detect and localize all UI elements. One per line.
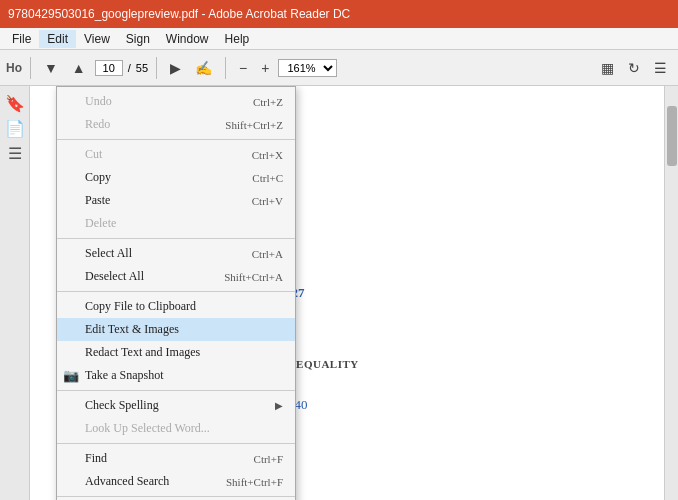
menu-copy[interactable]: Copy Ctrl+C <box>57 166 295 189</box>
deselect-all-label: Deselect All <box>85 269 144 284</box>
separator-5 <box>57 443 295 444</box>
redo-label: Redo <box>85 117 110 132</box>
copy-file-clipboard-label: Copy File to Clipboard <box>85 299 196 314</box>
toolbar-separator-3 <box>225 57 226 79</box>
toolbar: Ho ▼ ▲ 10 / 55 ▶ ✍ − + 161% 100% 125% 15… <box>0 50 678 86</box>
menu-view[interactable]: View <box>76 30 118 48</box>
menu-window[interactable]: Window <box>158 30 217 48</box>
menu-delete: Delete <box>57 212 295 235</box>
zoom-out-button[interactable]: − <box>234 57 252 79</box>
menu-sign[interactable]: Sign <box>118 30 158 48</box>
menu-help[interactable]: Help <box>217 30 258 48</box>
separator-3 <box>57 291 295 292</box>
spelling-arrow-icon: ▶ <box>275 400 283 411</box>
snapshot-label: Take a Snapshot <box>85 368 163 383</box>
menu-advanced-search[interactable]: Advanced Search Shift+Ctrl+F <box>57 470 295 493</box>
cursor-tool-button[interactable]: ▶ <box>165 57 186 79</box>
page-separator: / <box>128 62 131 74</box>
menu-check-spelling[interactable]: Check Spelling ▶ <box>57 394 295 417</box>
find-shortcut: Ctrl+F <box>254 453 283 465</box>
menu-redo: Redo Shift+Ctrl+Z <box>57 113 295 136</box>
panel-button[interactable]: ☰ <box>649 57 672 79</box>
delete-label: Delete <box>85 216 116 231</box>
undo-shortcut: Ctrl+Z <box>253 96 283 108</box>
menu-bar: File Edit View Sign Window Help <box>0 28 678 50</box>
paste-label: Paste <box>85 193 110 208</box>
separator-6 <box>57 496 295 497</box>
content-area: 🔖 📄 ☰ itical Roles 193 NT OF COMPARISON … <box>0 86 678 500</box>
menu-edit[interactable]: Edit <box>39 30 76 48</box>
edit-text-images-label: Edit Text & Images <box>85 322 179 337</box>
title-bar: 9780429503016_googlepreview.pdf - Adobe … <box>0 0 678 28</box>
advanced-search-label: Advanced Search <box>85 474 169 489</box>
menu-edit-text-images[interactable]: Edit Text & Images <box>57 318 295 341</box>
menu-cut[interactable]: Cut Ctrl+X <box>57 143 295 166</box>
check-spelling-label: Check Spelling <box>85 398 159 413</box>
prev-page-button[interactable]: ▼ <box>39 57 63 79</box>
left-sidebar: 🔖 📄 ☰ <box>0 86 30 500</box>
redact-label: Redact Text and Images <box>85 345 200 360</box>
separator-2 <box>57 238 295 239</box>
cut-shortcut: Ctrl+X <box>252 149 283 161</box>
menu-redact-text-images[interactable]: Redact Text and Images <box>57 341 295 364</box>
page-icon[interactable]: 📄 <box>5 119 25 138</box>
undo-label: Undo <box>85 94 112 109</box>
rotate-button[interactable]: ↻ <box>623 57 645 79</box>
menu-lookup-word: Look Up Selected Word... <box>57 417 295 440</box>
current-page-input[interactable]: 10 <box>95 60 123 76</box>
layers-icon[interactable]: ☰ <box>8 144 22 163</box>
fit-page-button[interactable]: ▦ <box>596 57 619 79</box>
menu-file[interactable]: File <box>4 30 39 48</box>
bookmark-icon[interactable]: 🔖 <box>5 94 25 113</box>
page-navigation: 10 / 55 <box>95 60 148 76</box>
menu-find[interactable]: Find Ctrl+F <box>57 447 295 470</box>
separator-1 <box>57 139 295 140</box>
advanced-search-shortcut: Shift+Ctrl+F <box>226 476 283 488</box>
menu-deselect-all[interactable]: Deselect All Shift+Ctrl+A <box>57 265 295 288</box>
select-all-shortcut: Ctrl+A <box>252 248 283 260</box>
hand-tool-button[interactable]: ✍ <box>190 57 217 79</box>
copy-shortcut: Ctrl+C <box>252 172 283 184</box>
zoom-in-button[interactable]: + <box>256 57 274 79</box>
menu-take-snapshot[interactable]: 📷 Take a Snapshot <box>57 364 295 387</box>
cut-label: Cut <box>85 147 102 162</box>
find-label: Find <box>85 451 107 466</box>
toolbar-right: ▦ ↻ ☰ <box>596 57 672 79</box>
menu-copy-file-clipboard[interactable]: Copy File to Clipboard <box>57 295 295 318</box>
snapshot-icon: 📷 <box>63 368 79 384</box>
total-pages: 55 <box>136 62 148 74</box>
toolbar-home-label: Ho <box>6 61 22 75</box>
pdf-content: itical Roles 193 NT OF COMPARISON rld Le… <box>30 86 664 500</box>
copy-label: Copy <box>85 170 111 185</box>
paste-shortcut: Ctrl+V <box>252 195 283 207</box>
toolbar-separator-1 <box>30 57 31 79</box>
scroll-thumb[interactable] <box>667 106 677 166</box>
right-scrollbar[interactable] <box>664 86 678 500</box>
zoom-select[interactable]: 161% 100% 125% 150% 200% <box>278 59 337 77</box>
redo-shortcut: Shift+Ctrl+Z <box>225 119 283 131</box>
app-title: 9780429503016_googlepreview.pdf - Adobe … <box>8 7 350 21</box>
context-menu: Undo Ctrl+Z Redo Shift+Ctrl+Z Cut Ctrl+X… <box>56 86 296 500</box>
menu-undo: Undo Ctrl+Z <box>57 90 295 113</box>
deselect-all-shortcut: Shift+Ctrl+A <box>224 271 283 283</box>
menu-paste[interactable]: Paste Ctrl+V <box>57 189 295 212</box>
next-page-button[interactable]: ▲ <box>67 57 91 79</box>
select-all-label: Select All <box>85 246 132 261</box>
separator-4 <box>57 390 295 391</box>
lookup-label: Look Up Selected Word... <box>85 421 210 436</box>
toolbar-separator-2 <box>156 57 157 79</box>
menu-select-all[interactable]: Select All Ctrl+A <box>57 242 295 265</box>
